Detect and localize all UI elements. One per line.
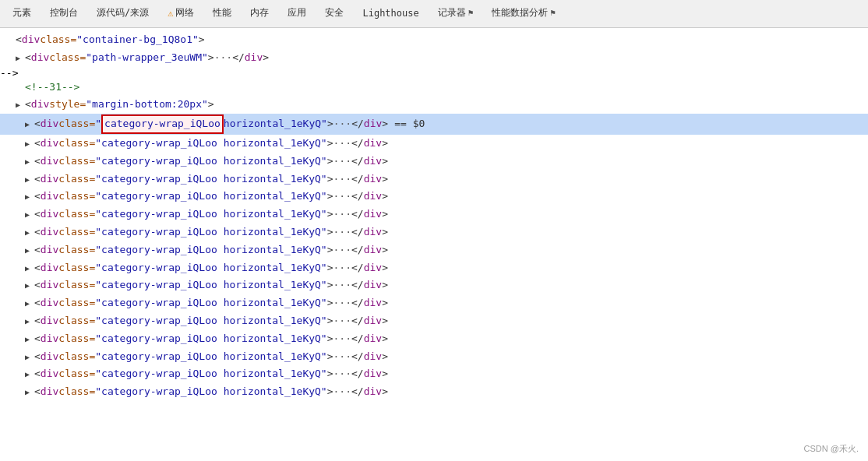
tab-elements[interactable]: 元素 [3, 0, 41, 28]
html-line[interactable]: <div class="category-wrap_iQLoo horizont… [0, 312, 868, 330]
html-line[interactable]: <div class="category-wrap_iQLoo horizont… [0, 330, 868, 348]
triangle-icon[interactable] [25, 386, 34, 399]
tab-lighthouse[interactable]: Lighthouse [353, 0, 428, 28]
tab-recorder[interactable]: 记录器 ⚑ [429, 0, 483, 28]
tab-performance-insights-label: 性能数据分析 [492, 6, 548, 19]
triangle-icon[interactable] [25, 333, 34, 346]
html-line[interactable]: <div class="category-wrap_iQLoo horizont… [0, 259, 868, 277]
triangle-icon[interactable] [25, 174, 34, 186]
ellipsis-toggle[interactable]: ··· [333, 295, 351, 311]
html-line[interactable]: <div class="category-wrap_iQLoo horizont… [0, 241, 868, 259]
triangle-icon[interactable] [25, 280, 34, 292]
ellipsis-toggle[interactable]: ··· [214, 50, 232, 66]
html-line[interactable]: ▶ <!--31--> [0, 79, 868, 97]
ellipsis-toggle[interactable]: ··· [333, 313, 351, 329]
html-line[interactable]: <div class="category-wrap_iQLoo horizont… [0, 276, 868, 294]
tab-lighthouse-label: Lighthouse [362, 8, 418, 19]
ellipsis-toggle[interactable]: ··· [333, 116, 351, 132]
ellipsis-toggle[interactable]: ··· [333, 224, 351, 241]
warning-icon: ⚠ [168, 8, 173, 19]
ellipsis-toggle[interactable]: ··· [333, 366, 351, 382]
html-line[interactable]: <div class="category-wrap_iQLoo horizont… [0, 206, 868, 223]
tab-elements-label: 元素 [12, 6, 31, 19]
triangle-icon[interactable] [16, 52, 25, 65]
ellipsis-toggle[interactable]: ··· [333, 135, 351, 152]
performance-insights-icon: ⚑ [550, 8, 556, 18]
triangle-icon[interactable] [25, 245, 34, 257]
html-line[interactable]: <div class="category-wrap_iQLoo horizont… [0, 223, 868, 241]
html-line[interactable]: <div class="category-wrap_iQLoo horizont… [0, 135, 868, 153]
triangle-icon[interactable] [25, 262, 34, 275]
triangle-icon[interactable] [25, 368, 34, 381]
html-line[interactable]: ▶ <div class="container-bg_1Q8o1" > [0, 31, 868, 49]
tab-performance-label: 性能 [213, 6, 231, 19]
html-line[interactable]: <div class="category-wrap_iQLoo horizont… [0, 153, 868, 171]
tab-security-label: 安全 [325, 6, 344, 19]
tab-recorder-label: 记录器 [438, 6, 466, 19]
tab-performance-insights[interactable]: 性能数据分析 ⚑ [482, 0, 565, 28]
html-line[interactable]: <div class="category-wrap_iQLoo horizont… [0, 171, 868, 188]
ellipsis-toggle[interactable]: ··· [333, 188, 351, 205]
triangle-icon[interactable] [25, 118, 34, 131]
html-panel: ▶ <div class="container-bg_1Q8o1" > <div… [0, 28, 868, 461]
ellipsis-toggle[interactable]: ··· [333, 153, 351, 170]
tab-application-label: 应用 [288, 6, 306, 19]
html-line-selected[interactable]: <div class="category-wrap_iQLoo horizont… [0, 114, 868, 135]
html-line[interactable]: <div class="path-wrapper_3euWM"> ··· </d… [0, 49, 868, 67]
ellipsis-toggle[interactable]: ··· [333, 171, 351, 188]
tab-performance[interactable]: 性能 [203, 0, 241, 28]
triangle-icon[interactable] [25, 191, 34, 203]
tab-console-label: 控制台 [50, 6, 78, 19]
html-line[interactable]: <div class="category-wrap_iQLoo horizont… [0, 383, 868, 401]
triangle-icon[interactable] [25, 297, 34, 310]
ellipsis-toggle[interactable]: ··· [333, 206, 351, 223]
triangle-icon[interactable] [25, 138, 34, 150]
triangle-icon[interactable] [25, 209, 34, 221]
tab-security[interactable]: 安全 [316, 0, 353, 28]
ellipsis-toggle[interactable]: ··· [333, 260, 351, 276]
triangle-icon[interactable] [25, 227, 34, 239]
tab-network-label: 网络 [175, 6, 194, 19]
highlighted-classname: category-wrap_iQLoo [101, 114, 224, 134]
tab-network[interactable]: ⚠ 网络 [158, 0, 203, 28]
recorder-icon: ⚑ [468, 8, 474, 18]
html-line[interactable]: <div style="margin-bottom:20px"> [0, 96, 868, 114]
triangle-icon[interactable] [25, 156, 34, 168]
ellipsis-toggle[interactable]: ··· [333, 277, 351, 294]
ellipsis-toggle[interactable]: ··· [333, 242, 351, 259]
ellipsis-toggle[interactable]: ··· [333, 331, 351, 347]
tab-console[interactable]: 控制台 [41, 0, 87, 28]
triangle-icon[interactable] [25, 315, 34, 328]
tab-application[interactable]: 应用 [278, 0, 316, 28]
html-line[interactable]: <div class="category-wrap_iQLoo horizont… [0, 365, 868, 383]
tab-memory[interactable]: 内存 [241, 0, 278, 28]
tab-sources-label: 源代码/来源 [97, 6, 149, 19]
html-line[interactable]: <div class="category-wrap_iQLoo horizont… [0, 188, 868, 206]
html-line[interactable]: <div class="category-wrap_iQLoo horizont… [0, 294, 868, 312]
tab-memory-label: 内存 [250, 6, 269, 19]
devtools-tab-bar: 元素 控制台 源代码/来源 ⚠ 网络 性能 内存 应用 安全 Lighthous… [0, 0, 868, 28]
triangle-icon[interactable] [25, 351, 34, 364]
html-line[interactable]: <div class="category-wrap_iQLoo horizont… [0, 348, 868, 366]
tab-sources[interactable]: 源代码/来源 [87, 0, 158, 28]
watermark: CSDN @禾火. [804, 443, 859, 455]
ellipsis-toggle[interactable]: ··· [333, 384, 351, 400]
ellipsis-toggle[interactable]: ··· [333, 349, 351, 365]
triangle-icon[interactable] [16, 99, 25, 111]
